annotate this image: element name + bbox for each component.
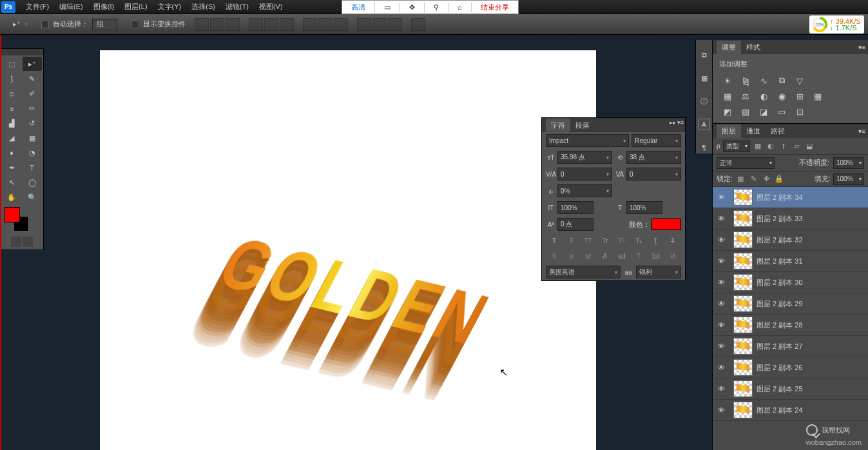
visibility-icon[interactable]: 👁 [713,300,729,308]
align-btn[interactable] [249,18,263,31]
oldstyle-button[interactable]: o [565,251,577,261]
menu-item[interactable]: 文字(Y) [153,0,187,14]
smallcaps-button[interactable]: Tr [599,235,611,246]
font-style-dropdown[interactable]: Regular [632,134,681,147]
dist-btn[interactable] [318,18,333,31]
layer-row[interactable]: 👁图层 2 副本 34 [713,187,868,208]
ligature-button[interactable]: fi [548,251,560,261]
align-btn[interactable] [226,18,240,31]
curves-icon[interactable]: ∿ [758,75,769,86]
layer-row[interactable]: 👁图层 2 副本 31 [713,251,868,272]
tab-adjustments[interactable]: 调整 [717,41,741,54]
hue-icon[interactable]: ▦ [722,90,733,102]
zoom-tool[interactable]: 🔍 [23,190,42,204]
kerning-input[interactable]: 0 [557,168,612,181]
posterize-icon[interactable]: ▨ [740,106,751,117]
blur-tool[interactable]: ♦ [2,146,21,160]
filter-pixel-icon[interactable]: ▦ [753,141,763,152]
menu-item[interactable]: 视图(V) [254,0,288,14]
photo-filter-icon[interactable]: ◉ [776,90,787,102]
share-end-button[interactable]: 结束分享 [472,1,518,14]
hand-tool[interactable]: ✋ [2,190,21,204]
baseline-input[interactable]: 0 点 [557,218,593,231]
visibility-icon[interactable]: 👁 [713,215,729,222]
bold-button[interactable]: T [548,235,560,246]
filter-type-dropdown[interactable]: 类型 [723,141,750,152]
dodge-tool[interactable]: ◔ [23,146,42,160]
dist-btn[interactable] [411,18,425,31]
tab-channels[interactable]: 通道 [741,124,766,138]
panel-collapse-icon[interactable]: ▸▸ [670,119,676,126]
menu-item[interactable]: 滤镜(T) [220,0,254,14]
filter-adjust-icon[interactable]: ◐ [766,141,776,152]
selective-icon[interactable]: ⊡ [794,106,805,117]
vscale-input[interactable]: 100% [557,201,593,214]
underline-button[interactable]: T [650,235,662,246]
filter-smart-icon[interactable]: ⬓ [804,141,815,152]
scale-input[interactable]: 0% [557,184,612,197]
share-zoom-icon[interactable]: ⚲ [425,2,448,13]
visibility-icon[interactable]: 👁 [713,342,729,350]
move-tool[interactable]: ▸⁺ [23,57,42,71]
dist-btn[interactable] [372,18,387,31]
menu-item[interactable]: 文件(F) [21,0,54,14]
visibility-icon[interactable]: 👁 [713,406,729,414]
show-transform-checkbox[interactable] [131,21,139,28]
menu-item[interactable]: 选择(S) [186,0,220,14]
bw-icon[interactable]: ◐ [758,90,769,102]
lock-position-icon[interactable]: ✥ [761,174,771,184]
visibility-icon[interactable]: 👁 [713,364,729,371]
screen-mode-icon[interactable] [23,237,33,247]
eraser-tool[interactable]: ◢ [2,131,21,145]
panel-menu-icon[interactable]: ▾≡ [677,119,684,126]
menu-item[interactable]: 图像(I) [88,0,119,14]
lasso-tool[interactable]: ⟆ [2,72,21,86]
brush-tool[interactable]: ✏ [23,101,42,115]
visibility-icon[interactable]: 👁 [713,279,729,286]
text-color-swatch[interactable] [651,219,681,230]
layer-row[interactable]: 👁图层 2 副本 26 [713,357,868,378]
color-swatches[interactable] [1,206,43,234]
ordinal-button[interactable]: T [633,251,644,261]
quick-mask-icon[interactable] [11,237,21,247]
font-size-input[interactable]: 35.98 点 [557,151,612,164]
lut-icon[interactable]: ▦ [812,90,824,102]
panel-menu-icon[interactable]: ▾≡ [858,128,865,135]
tab-styles[interactable]: 样式 [741,41,766,54]
threshold-icon[interactable]: ◪ [758,106,769,117]
titling-button[interactable]: ad [616,251,628,261]
align-btn[interactable] [280,18,294,31]
subscript-button[interactable]: T₁ [633,235,644,246]
superscript-button[interactable]: T¹ [616,235,628,246]
canvas[interactable]: GOLDEN ↖ [100,50,596,450]
history-panel-icon[interactable]: ⧉ [699,49,710,61]
foreground-swatch[interactable] [5,207,20,222]
dist-btn[interactable] [303,18,317,31]
share-hd-button[interactable]: 高清 [342,1,375,14]
menu-item[interactable]: 编辑(E) [54,0,88,14]
layer-row[interactable]: 👁图层 2 副本 24 [713,400,868,421]
tab-character[interactable]: 字符 [546,119,570,132]
character-panel-icon[interactable]: A [699,119,710,130]
align-btn[interactable] [264,18,278,31]
auto-select-dropdown[interactable]: 组 [92,19,117,30]
stamp-tool[interactable]: ▟ [2,116,21,130]
tab-paths[interactable]: 路径 [766,124,790,138]
antialias-dropdown[interactable]: 锐利 [636,266,681,279]
filter-shape-icon[interactable]: ▱ [791,141,802,152]
invert-icon[interactable]: ◩ [722,106,733,117]
fill-input[interactable]: 100% [833,173,864,185]
shape-tool[interactable]: ◯ [23,175,42,190]
hscale-input[interactable]: 100% [626,201,662,214]
visibility-icon[interactable]: 👁 [713,321,729,329]
menu-item[interactable]: 图层(L) [119,0,152,14]
filter-text-icon[interactable]: T [778,141,789,152]
strike-button[interactable]: T [667,235,679,246]
italic-button[interactable]: T [565,235,577,246]
auto-select-checkbox[interactable] [41,21,49,28]
tab-layers[interactable]: 图层 [717,124,741,138]
quick-select-tool[interactable]: ✎ [23,72,42,86]
actions-panel-icon[interactable]: ▦ [699,72,710,84]
layer-row[interactable]: 👁图层 2 副本 33 [713,208,868,230]
stylistic-button[interactable]: st [583,251,594,261]
